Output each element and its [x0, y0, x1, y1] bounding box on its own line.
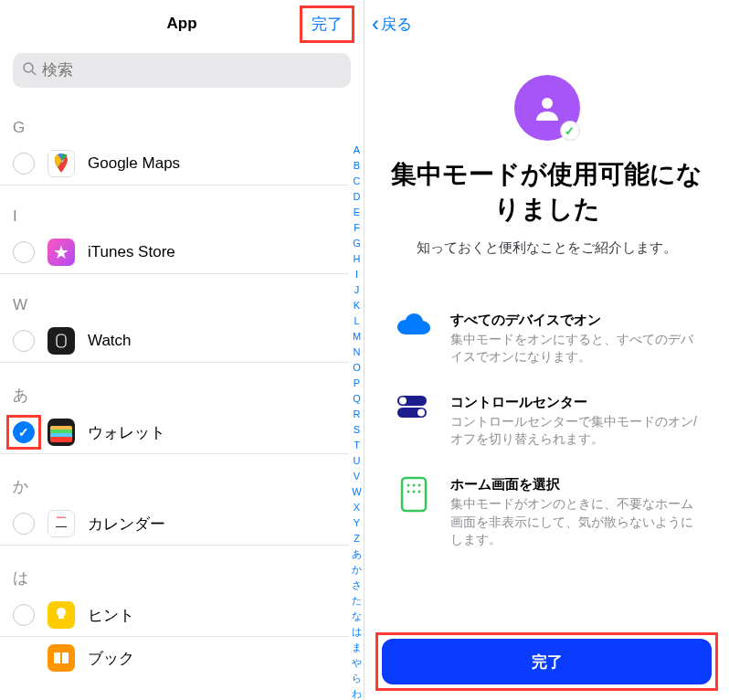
app-label: ヒント — [88, 605, 134, 626]
select-radio-checked[interactable] — [13, 421, 35, 443]
index-letter[interactable]: A — [352, 143, 362, 158]
done-primary-button[interactable]: 完了 — [382, 639, 712, 684]
select-radio[interactable] — [13, 153, 35, 175]
index-letter[interactable]: わ — [352, 686, 362, 700]
index-letter[interactable]: U — [352, 453, 362, 469]
index-letter[interactable]: さ — [352, 578, 362, 593]
index-letter[interactable]: I — [352, 267, 362, 282]
index-letter[interactable]: J — [352, 282, 362, 298]
search-icon — [22, 61, 37, 80]
app-row-google-maps[interactable]: Google Maps — [0, 143, 349, 186]
svg-point-17 — [407, 490, 410, 493]
feature-title: ホーム画面を選択 — [450, 476, 700, 493]
index-letter[interactable]: C — [352, 174, 362, 189]
back-button[interactable]: ‹ 戻る — [372, 13, 412, 35]
index-letter[interactable]: R — [352, 407, 362, 422]
search-input[interactable] — [13, 53, 351, 88]
index-letter[interactable]: G — [352, 236, 362, 251]
index-letter[interactable]: L — [352, 313, 362, 329]
svg-point-8 — [542, 98, 553, 109]
index-bar[interactable]: ABCDEFGHIJKLMNOPQRSTUVWXYZあかさたなはまやらわ# — [352, 143, 362, 700]
index-letter[interactable]: K — [352, 298, 362, 313]
done-button[interactable]: 完了 — [300, 5, 354, 43]
homescreen-icon — [394, 476, 434, 549]
index-letter[interactable]: た — [352, 593, 362, 609]
index-letter[interactable]: T — [352, 438, 362, 453]
hero-subtitle: 知っておくと便利なことをご紹介します。 — [383, 239, 711, 257]
app-icon-tips — [48, 601, 75, 629]
app-row-watch[interactable]: Watch — [0, 320, 349, 363]
app-label: ウォレット — [88, 422, 165, 443]
index-letter[interactable]: D — [352, 189, 362, 205]
select-radio[interactable] — [13, 513, 35, 535]
section-header-g: G — [0, 97, 349, 143]
index-letter[interactable]: E — [352, 205, 362, 220]
app-label: ブック — [88, 648, 134, 669]
section-header-ha: は — [0, 546, 349, 594]
app-row-calendar[interactable]: ••••• — カレンダー — [0, 503, 349, 546]
index-letter[interactable]: V — [352, 469, 362, 484]
feature-all-devices: すべてのデバイスでオン 集中モードをオンにすると、すべてのデバイスでオンになりま… — [394, 312, 700, 366]
index-letter[interactable]: か — [352, 562, 362, 578]
svg-point-16 — [418, 483, 421, 486]
page-title: App — [166, 15, 196, 33]
svg-point-18 — [413, 490, 416, 493]
app-label: Google Maps — [88, 154, 180, 173]
toggle-icon — [394, 394, 434, 449]
app-row-wallet[interactable]: ウォレット — [0, 411, 349, 454]
cloud-icon — [394, 312, 434, 366]
search-field[interactable] — [42, 61, 342, 80]
svg-point-19 — [418, 490, 421, 493]
index-letter[interactable]: O — [352, 360, 362, 376]
index-letter[interactable]: N — [352, 345, 362, 360]
app-icon-google-maps — [48, 150, 75, 177]
app-row-tips[interactable]: ヒント — [0, 594, 349, 637]
app-row-itunes[interactable]: ★ iTunes Store — [0, 231, 349, 274]
app-icon-books — [48, 644, 75, 672]
select-radio[interactable] — [13, 604, 35, 626]
index-letter[interactable]: や — [352, 655, 362, 671]
app-label: カレンダー — [88, 514, 165, 535]
index-letter[interactable]: Z — [352, 531, 362, 546]
section-header-w: W — [0, 274, 349, 320]
feature-desc: 集中モードをオンにすると、すべてのデバイスでオンになります。 — [450, 331, 700, 366]
select-radio[interactable] — [13, 241, 35, 263]
app-icon-watch — [48, 327, 75, 355]
hero-title: 集中モードが使用可能になりました — [383, 157, 711, 227]
index-letter[interactable]: F — [352, 220, 362, 236]
app-row-books[interactable]: ブック — [0, 637, 349, 679]
svg-point-14 — [407, 483, 410, 486]
feature-desc: 集中モードがオンのときに、不要なホーム画面を非表示にして、気が散らないようにしま… — [450, 495, 700, 549]
svg-point-10 — [399, 397, 407, 404]
index-letter[interactable]: ま — [352, 640, 362, 655]
app-icon-wallet — [48, 419, 75, 446]
app-icon-itunes: ★ — [48, 239, 75, 266]
svg-rect-13 — [402, 478, 426, 511]
index-letter[interactable]: B — [352, 158, 362, 174]
svg-point-0 — [24, 63, 33, 72]
section-header-i: I — [0, 186, 349, 231]
chevron-left-icon: ‹ — [372, 13, 379, 35]
feature-control-center: コントロールセンター コントロールセンターで集中モードのオン/オフを切り替えられ… — [394, 394, 700, 449]
index-letter[interactable]: あ — [352, 546, 362, 562]
svg-rect-7 — [50, 437, 72, 442]
index-letter[interactable]: な — [352, 609, 362, 624]
index-letter[interactable]: H — [352, 251, 362, 267]
index-letter[interactable]: W — [352, 484, 362, 500]
feature-title: すべてのデバイスでオン — [450, 312, 700, 329]
section-header-ka: か — [0, 454, 349, 503]
index-letter[interactable]: Q — [352, 391, 362, 407]
index-letter[interactable]: M — [352, 329, 362, 345]
check-badge-icon: ✓ — [560, 121, 580, 141]
svg-point-12 — [417, 408, 425, 416]
index-letter[interactable]: は — [352, 624, 362, 640]
index-letter[interactable]: S — [352, 422, 362, 438]
index-letter[interactable]: X — [352, 500, 362, 515]
svg-point-15 — [413, 483, 416, 486]
app-icon-calendar: ••••• — — [48, 510, 75, 537]
index-letter[interactable]: Y — [352, 515, 362, 531]
app-label: iTunes Store — [88, 243, 175, 261]
select-radio[interactable] — [13, 330, 35, 352]
index-letter[interactable]: ら — [352, 671, 362, 686]
index-letter[interactable]: P — [352, 376, 362, 391]
